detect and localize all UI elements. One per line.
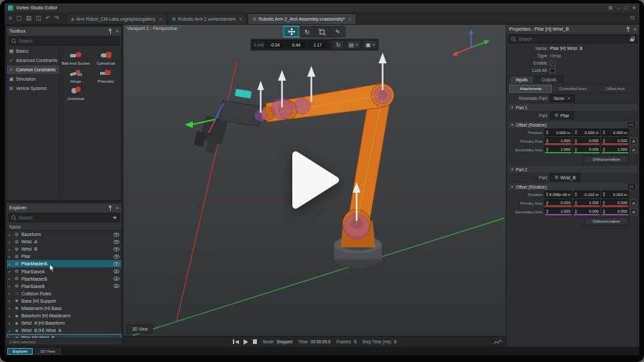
part1-primary-x-field[interactable]: 1.000 [545,137,572,145]
toolbox-category-vehicle-systems[interactable]: ⊞ Vehicle Systems [7,84,59,93]
expander-icon[interactable]: ▸ [9,336,12,338]
explorer-item-masterarm-h-base[interactable]: ▸◈Masterarm [H] Base [7,305,121,312]
visibility-eye-icon[interactable] [113,240,119,244]
kinematic-part-dropdown[interactable]: None ▼ [550,95,575,102]
subtab-offset-axis[interactable]: Offset Axis [595,85,636,92]
expander-icon[interactable]: ▸ [9,291,12,295]
spinner[interactable] [603,147,605,152]
part1-part-chip[interactable]: ⚙Pliar [550,111,574,119]
explorer-item-baseform-h-masterarm[interactable]: ▸◈Baseform [H] Masterarm [7,312,121,319]
toolbox-item-prismatic[interactable]: Prismatic [91,68,120,84]
explorer-item-pliarslaveb[interactable]: ▸⚙PliarSlaveB [7,283,121,290]
minimize-icon[interactable]: – [617,3,620,12]
edit-tool-button[interactable]: ✎ [330,27,345,37]
explorer-item-base-h-support[interactable]: ▸◈Base [H] Support [7,297,121,305]
expander-icon[interactable]: ▸ [9,247,12,251]
subtab-controlled-axes[interactable]: Controlled Axes [552,85,593,92]
tab-close-icon[interactable]: ✕ [159,17,162,21]
visibility-eye-icon[interactable] [113,247,119,251]
explorer-item-wrist-a-h-baseform[interactable]: ▸◈Wrist_A [H] Baseform [7,319,121,327]
part2-part-chip[interactable]: ⚙Wrist_B [550,173,580,181]
part2-offset-header[interactable]: ▼ Offset (Relative) •• [509,183,637,190]
spinner[interactable] [575,130,577,135]
spinner[interactable] [575,201,577,205]
explorer-search-input[interactable]: Search [9,213,119,222]
doc-tab-mechanism[interactable]: ⚙ Robotic Arm 2.vxmechanism ✕ [168,13,247,24]
filter-icon[interactable] [113,217,117,219]
new-file-icon[interactable]: ▢ [16,12,22,25]
coord-y-field[interactable]: 0.44 [286,41,306,48]
spinner[interactable] [603,209,605,214]
more-options-button[interactable]: •• [628,122,635,127]
toolbox-item-cylindrical[interactable]: Cylindrical [91,50,120,66]
snapshot-folder-button[interactable]: ▤▼ [346,40,361,49]
expander-icon[interactable]: ▸ [9,306,12,310]
camera-view-button[interactable]: ▣▼ [363,40,378,49]
part1-secondary-x-field[interactable]: 1.000 [545,146,572,153]
part2-position-z-field[interactable]: 0.003 m [601,191,629,198]
spinner[interactable] [575,147,577,152]
toolbox-search-input[interactable]: Search [9,37,119,45]
expander-icon[interactable]: ▸ [9,329,12,333]
part1-section-header[interactable]: ▼ Part 1 [509,104,637,111]
toolbox-category-simulation[interactable]: ▣ Simulation [7,75,59,84]
spinner[interactable] [603,192,605,197]
explorer-item-pliar-h-wrist-b[interactable]: ▸◈Pliar [H] Wrist_B [7,334,121,338]
lock-icon[interactable] [630,37,635,42]
part2-orthonormalize-button[interactable]: Orthonormalize [584,217,629,225]
scale-tool-button[interactable] [315,27,330,37]
visibility-eye-icon[interactable] [113,284,119,288]
expander-icon[interactable]: ▸ [9,284,12,288]
visibility-eye-icon[interactable] [113,277,119,281]
part2-position-x-field[interactable]: 8.058e-09 m [545,191,572,198]
open-file-icon[interactable]: ▤ [26,12,32,25]
save-icon[interactable]: ◫ [35,12,41,25]
viewport-3d[interactable]: Viewport 1 - Perspective ↻ ✎ [123,25,506,336]
spinner[interactable] [575,192,577,197]
doc-tab-assembly[interactable]: ⚙ Robotic Arm 2_Arm Assembly.vxassembly*… [248,13,356,24]
tab-close-icon[interactable]: ✕ [348,17,352,21]
toolbox-category-advanced-constraints[interactable]: ✓ Advanced Constraints [7,56,59,65]
part2-primary-z-field[interactable]: 0.000 [601,199,629,207]
spinner[interactable] [546,147,549,152]
part2-primary-y-field[interactable]: 1.000 [573,199,601,207]
part1-position-z-field[interactable]: 0.000 m [601,129,629,136]
play-button[interactable] [244,339,248,345]
tab-inputs[interactable]: Inputs [509,75,534,83]
doc-tab-graphics-gallery[interactable]: ◈ Arm Robot_CM-Labs.vxgraphicsgallery ✕ [66,13,167,24]
pin-icon[interactable] [108,205,112,211]
part1-position-x-field[interactable]: 0.000 m [545,129,572,136]
visibility-eye-icon[interactable] [113,255,119,259]
toolbox-category-basics[interactable]: ▦ Basics [7,47,59,56]
part1-position-y-field[interactable]: 0.000 m [573,129,601,136]
more-options-button[interactable]: •• [628,184,635,189]
part1-primary-y-field[interactable]: 0.000 [573,137,601,145]
tab-close-icon[interactable]: ✕ [239,17,242,21]
expander-icon[interactable]: ▸ [9,277,12,281]
spinner[interactable] [546,130,549,135]
part1-secondary-z-field[interactable]: 1.000 [601,146,629,153]
part2-position-y-field[interactable]: -0.102 m [573,191,601,198]
refresh-button[interactable]: ↻ [332,40,344,49]
visibility-eye-icon[interactable] [113,269,119,273]
undo-icon[interactable]: ↶ [45,12,51,25]
spinner[interactable] [603,139,605,143]
maximize-icon[interactable]: □ [625,3,627,12]
explorer-item-pliarmasterb[interactable]: ▸⚙PliarMasterB [7,275,121,283]
visibility-eye-icon[interactable] [113,262,119,266]
explorer-item-wrist-a[interactable]: ▸⚙Wrist_A [7,238,121,245]
part1-orthonormalize-button[interactable]: Orthonormalize [584,155,629,163]
lock-all-checkbox[interactable] [550,68,555,73]
explorer-item-pliarslavea[interactable]: ▸⚙PliarSlaveA [7,267,121,275]
expander-icon[interactable]: ▸ [9,240,12,244]
coord-x-field[interactable]: -0.04 [265,41,285,48]
close-icon[interactable]: ✕ [633,27,637,31]
spinner[interactable] [575,209,577,214]
toolbox-category-common-constraints[interactable]: ✓ Common Constraints [7,65,59,75]
expander-icon[interactable]: ▸ [9,262,12,266]
performance-graph-icon[interactable] [494,339,502,345]
subtab-attachments[interactable]: Attachments [510,85,551,92]
explorer-item-collision-rules[interactable]: ▸⚠Collision Rules [7,290,121,297]
spinner[interactable] [546,209,549,214]
close-icon[interactable]: ✕ [115,205,119,210]
